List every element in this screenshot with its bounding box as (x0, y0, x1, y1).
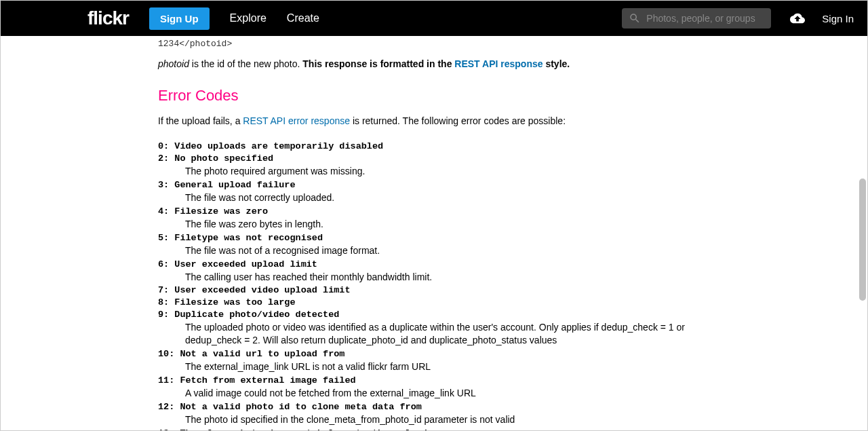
error-description: A valid image could not be fetched from … (185, 387, 701, 400)
top-navigation: flickr Sign Up Explore Create Sign In (1, 1, 867, 36)
error-description: The file was zero bytes in length. (185, 218, 701, 231)
search-input[interactable] (646, 13, 764, 24)
error-code: 9: Duplicate photo/video detected (158, 310, 714, 320)
rest-api-response-link[interactable]: REST API response (454, 58, 542, 69)
error-code: 4: Filesize was zero (158, 206, 714, 217)
sign-in-link[interactable]: Sign In (822, 13, 854, 24)
flickr-logo[interactable]: flickr (87, 7, 129, 29)
intro-bold-2: style. (543, 58, 570, 69)
error-description: The uploaded photo or video was identifi… (185, 321, 701, 347)
upload-icon[interactable] (788, 11, 807, 26)
code-fragment: 1234</photoid> (158, 39, 714, 49)
error-code: 12: Not a valid photo id to clone meta d… (158, 402, 714, 412)
error-intro-prefix: If the upload fails, a (158, 115, 243, 126)
rest-api-error-response-link[interactable]: REST API error response (243, 115, 350, 126)
intro-bold-1: This response is formatted in the (302, 58, 454, 69)
nav-explore[interactable]: Explore (230, 12, 267, 24)
error-code: 5: Filetype was not recognised (158, 233, 714, 243)
error-code-list: 0: Video uploads are temporarily disable… (158, 141, 714, 431)
intro-text-mid: is the id of the new photo. (189, 58, 302, 69)
main-content: 1234</photoid> photoid is the id of the … (158, 36, 714, 431)
error-intro: If the upload fails, a REST API error re… (158, 115, 714, 126)
intro-italic: photoid (158, 58, 189, 69)
search-icon (629, 12, 641, 24)
error-description: The photo id specified in the clone_meta… (185, 413, 701, 426)
error-description: The file was not correctly uploaded. (185, 191, 701, 204)
error-description: The file was not of a recognised image f… (185, 244, 701, 257)
error-code: 7: User exceeded video upload limit (158, 285, 714, 295)
error-code: 3: General upload failure (158, 180, 714, 190)
error-description: The calling user has reached their month… (185, 271, 701, 284)
error-code: 11: Fetch from external image failed (158, 375, 714, 386)
scrollbar-thumb[interactable] (859, 179, 866, 301)
intro-paragraph: photoid is the id of the new photo. This… (158, 58, 714, 69)
error-code: 10: Not a valid url to upload from (158, 349, 714, 359)
error-intro-suffix: is returned. The following error codes a… (350, 115, 566, 126)
error-description: The photo required argument was missing. (185, 165, 701, 178)
search-container[interactable] (622, 8, 771, 29)
error-code: 8: Filesize was too large (158, 297, 714, 307)
nav-create[interactable]: Create (287, 12, 319, 24)
error-code: 6: User exceeded upload limit (158, 259, 714, 269)
error-code: 13: The clone photo does not belong to t… (158, 428, 714, 431)
error-description: The external_image_link URL is not a val… (185, 360, 701, 373)
error-code: 0: Video uploads are temporarily disable… (158, 141, 714, 151)
error-code: 2: No photo specified (158, 153, 714, 164)
sign-up-button[interactable]: Sign Up (149, 7, 210, 30)
error-codes-heading: Error Codes (158, 87, 714, 105)
